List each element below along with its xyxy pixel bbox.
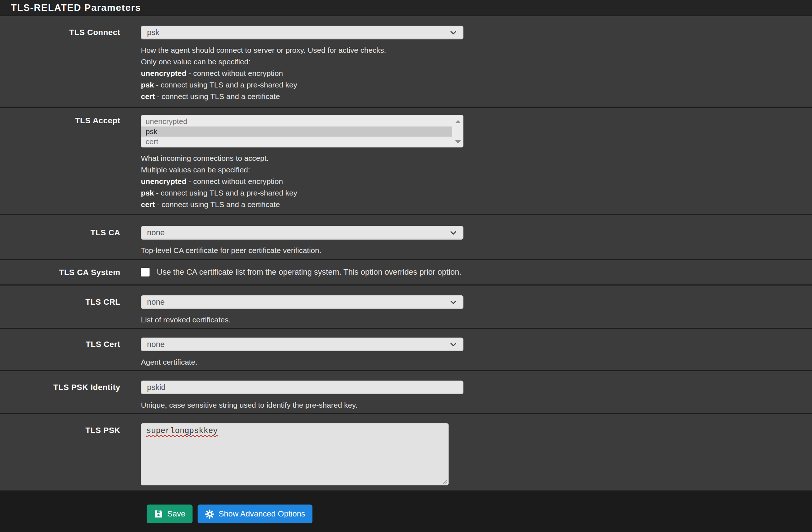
- listbox-option-psk[interactable]: psk: [141, 126, 452, 137]
- term: cert: [141, 200, 155, 209]
- save-icon: [154, 509, 163, 519]
- tls-parameters-page: TLS-RELATED Parameters TLS Connect psk H…: [0, 0, 812, 532]
- tls-connect-help: How the agent should connect to server o…: [141, 44, 812, 102]
- tls-psk-value: superlongpskkey: [146, 426, 218, 436]
- chevron-down-icon: [449, 340, 457, 348]
- chevron-down-icon: [449, 229, 457, 237]
- term-desc: - connect using TLS and a pre-shared key: [154, 81, 297, 89]
- tls-crl-help: List of revoked certificates.: [141, 314, 812, 326]
- tls-ca-system-checkbox[interactable]: [141, 268, 150, 276]
- tls-connect-label: TLS Connect: [0, 26, 120, 102]
- tls-psk-identity-help: Unique, case sensitive string used to id…: [141, 399, 812, 411]
- panel-header: TLS-RELATED Parameters: [0, 0, 812, 16]
- tls-cert-help: Agent certificate.: [141, 356, 812, 368]
- listbox-option-cert[interactable]: cert: [141, 137, 452, 147]
- tls-psk-textarea[interactable]: superlongpskkey: [141, 423, 449, 485]
- help-line: unencrypted - connect without encryption: [141, 176, 812, 187]
- term: psk: [141, 189, 154, 197]
- save-button-label: Save: [167, 509, 185, 519]
- chevron-down-icon: [449, 298, 457, 306]
- term: unencrypted: [141, 177, 186, 185]
- form-row-tls-cert: TLS Cert none Agent certificate.: [0, 329, 812, 371]
- tls-cert-selected-value: none: [147, 340, 165, 349]
- help-line: What incoming connections to accept.: [141, 153, 812, 164]
- form-footer: Save Show Advanced Options: [0, 492, 812, 532]
- term: unencrypted: [141, 69, 186, 77]
- tls-ca-label: TLS CA: [0, 226, 120, 256]
- tls-crl-select[interactable]: none: [141, 295, 463, 309]
- tls-connect-selected-value: psk: [147, 28, 159, 37]
- term-desc: - connect using TLS and a certificate: [155, 200, 280, 209]
- form-row-tls-crl: TLS CRL none List of revoked certificate…: [0, 286, 812, 329]
- form-row-tls-ca-system: TLS CA System Use the CA certificate lis…: [0, 260, 812, 286]
- help-line: Multiple values can be specified:: [141, 164, 812, 176]
- tls-crl-label: TLS CRL: [0, 295, 120, 326]
- chevron-down-icon: [449, 29, 457, 37]
- help-line: unencrypted - connect without encryption: [141, 68, 812, 79]
- form-row-tls-psk: TLS PSK superlongpskkey: [0, 414, 812, 492]
- help-line: psk - connect using TLS and a pre-shared…: [141, 79, 812, 91]
- show-advanced-options-label: Show Advanced Options: [219, 509, 305, 519]
- term: psk: [141, 81, 154, 89]
- tls-ca-select[interactable]: none: [141, 226, 463, 240]
- save-button[interactable]: Save: [147, 505, 193, 523]
- term-desc: - connect using TLS and a certificate: [155, 92, 280, 100]
- help-line: How the agent should connect to server o…: [141, 44, 812, 56]
- form-row-tls-connect: TLS Connect psk How the agent should con…: [0, 16, 812, 108]
- tls-connect-select[interactable]: psk: [141, 26, 463, 39]
- scroll-down-icon[interactable]: [455, 140, 461, 143]
- listbox-scrollbar[interactable]: [452, 116, 463, 147]
- panel-title: TLS-RELATED Parameters: [11, 2, 141, 13]
- tls-accept-listbox[interactable]: unencrypted psk cert: [141, 115, 463, 147]
- term: cert: [141, 92, 155, 100]
- tls-crl-selected-value: none: [147, 297, 165, 307]
- tls-ca-system-description: Use the CA certificate list from the ope…: [157, 267, 461, 277]
- scroll-up-icon[interactable]: [455, 120, 461, 123]
- tls-psk-identity-input[interactable]: [141, 381, 463, 394]
- tls-ca-selected-value: none: [147, 228, 165, 237]
- resize-handle[interactable]: [441, 478, 447, 484]
- show-advanced-options-button[interactable]: Show Advanced Options: [198, 505, 312, 523]
- term-desc: - connect without encryption: [186, 177, 283, 185]
- help-line: cert - connect using TLS and a certifica…: [141, 199, 812, 210]
- term-desc: - connect without encryption: [186, 69, 283, 77]
- form-row-tls-accept: TLS Accept unencrypted psk cert What inc…: [0, 108, 812, 215]
- tls-accept-help: What incoming connections to accept. Mul…: [141, 153, 812, 210]
- gear-icon: [205, 509, 215, 519]
- tls-cert-select[interactable]: none: [141, 338, 463, 351]
- tls-psk-identity-label: TLS PSK Identity: [0, 381, 120, 411]
- help-line: psk - connect using TLS and a pre-shared…: [141, 187, 812, 199]
- term-desc: - connect using TLS and a pre-shared key: [154, 189, 297, 197]
- tls-cert-label: TLS Cert: [0, 338, 120, 368]
- tls-ca-system-label: TLS CA System: [0, 267, 120, 277]
- tls-accept-label: TLS Accept: [0, 115, 120, 210]
- form-row-tls-ca: TLS CA none Top-level CA certificate for…: [0, 215, 812, 260]
- help-line: Only one value can be specified:: [141, 56, 812, 68]
- help-line: cert - connect using TLS and a certifica…: [141, 91, 812, 102]
- tls-psk-label: TLS PSK: [0, 423, 120, 485]
- listbox-option-unencrypted[interactable]: unencrypted: [141, 116, 452, 126]
- form-row-tls-psk-identity: TLS PSK Identity Unique, case sensitive …: [0, 371, 812, 414]
- tls-ca-help: Top-level CA certificate for peer certif…: [141, 245, 812, 256]
